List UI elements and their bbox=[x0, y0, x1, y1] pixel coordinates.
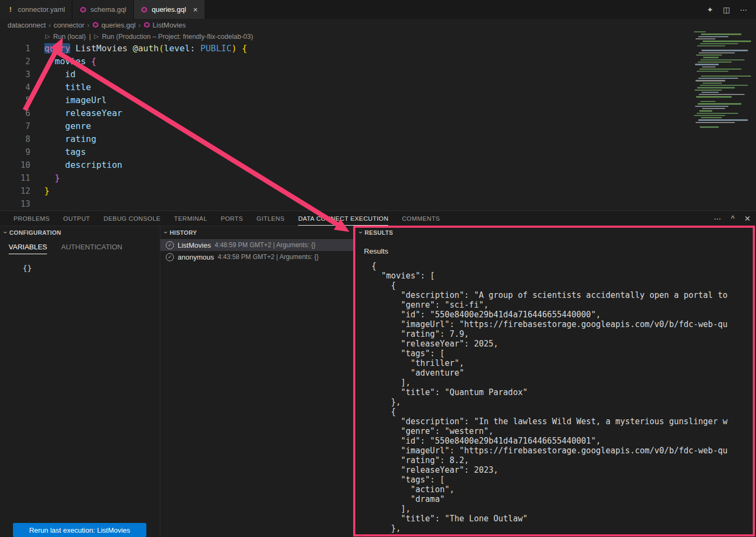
minimap-line bbox=[694, 31, 706, 32]
rerun-button[interactable]: Rerun last execution: ListMovies bbox=[13, 523, 146, 537]
minimap-line bbox=[699, 52, 735, 53]
tab-authentication[interactable]: AUTHENTICATION bbox=[61, 243, 122, 254]
minimap-line bbox=[695, 106, 728, 107]
history-item-meta: 4:43:58 PM GMT+2 | Arguments: {} bbox=[218, 253, 319, 261]
tabbar-actions: ✦ ◫ ⋯ bbox=[707, 0, 756, 19]
minimap-line bbox=[700, 101, 716, 102]
minimap-line bbox=[703, 40, 751, 42]
code-line[interactable]: 3 id bbox=[0, 68, 756, 81]
panel-tab-debug-console[interactable]: DEBUG CONSOLE bbox=[104, 211, 161, 226]
breadcrumb-separator: › bbox=[138, 21, 140, 29]
result-json-line: "title": "Quantum Paradox" bbox=[372, 388, 756, 397]
code-line[interactable]: 2 movies { bbox=[0, 55, 756, 68]
panel-close-icon[interactable]: ✕ bbox=[744, 214, 751, 223]
result-json-line: "releaseYear": 2025, bbox=[372, 339, 756, 349]
panel-tab-gitlens[interactable]: GITLENS bbox=[256, 211, 285, 226]
history-item[interactable]: ✓anonymous4:43:58 PM GMT+2 | Arguments: … bbox=[160, 251, 355, 263]
code-text: genre bbox=[44, 120, 91, 133]
code-editor[interactable]: ▷ Run (local) | ▷ Run (Production – Proj… bbox=[0, 31, 756, 210]
results-header[interactable]: › RESULTS bbox=[355, 226, 756, 239]
line-number: 9 bbox=[0, 146, 30, 159]
code-line[interactable]: 12} bbox=[0, 185, 756, 198]
editor-tabs: !connector.yamlschema.gqlqueries.gql× bbox=[0, 0, 205, 19]
minimap-line bbox=[699, 94, 745, 95]
run-play-icon: ▷ bbox=[45, 33, 50, 40]
configuration-section: › CONFIGURATION VARIABLES AUTHENTICATION… bbox=[0, 226, 160, 537]
minimap-line bbox=[696, 80, 725, 81]
editor-tab-schema.gql[interactable]: schema.gql bbox=[72, 0, 133, 19]
minimap-line bbox=[697, 45, 725, 46]
minimap[interactable] bbox=[693, 31, 756, 132]
code-line[interactable]: 1query ListMovies @auth(level: PUBLIC) { bbox=[0, 42, 756, 55]
panel-tab-ports[interactable]: PORTS bbox=[221, 211, 243, 226]
result-json-line: { bbox=[372, 281, 756, 290]
breadcrumb-label: dataconnect bbox=[8, 21, 46, 29]
chevron-down-icon: › bbox=[2, 232, 9, 234]
panel-tab-output[interactable]: OUTPUT bbox=[63, 211, 90, 226]
code-line[interactable]: 8 rating bbox=[0, 133, 756, 146]
code-line[interactable]: 6 releaseYear bbox=[0, 107, 756, 120]
results-title: Results bbox=[364, 247, 756, 255]
tab-variables[interactable]: VARIABLES bbox=[9, 243, 47, 254]
breadcrumb-item-connector[interactable]: connector bbox=[53, 21, 84, 29]
graphql-icon bbox=[141, 6, 148, 13]
sparkle-icon[interactable]: ✦ bbox=[707, 5, 713, 14]
code-line[interactable]: 13 bbox=[0, 198, 756, 210]
line-number: 10 bbox=[0, 159, 30, 172]
more-actions-icon[interactable]: ⋯ bbox=[740, 5, 747, 14]
minimap-line bbox=[698, 78, 738, 79]
line-number: 4 bbox=[0, 81, 30, 94]
run-production-link[interactable]: Run (Production – Project: friendly-flix… bbox=[102, 33, 253, 40]
history-item-name: ListMovies bbox=[178, 241, 211, 249]
breadcrumb-label: queries.gql bbox=[102, 21, 136, 29]
panel-tab-problems[interactable]: PROBLEMS bbox=[14, 211, 50, 226]
panel-tab-data-connect-execution[interactable]: DATA CONNECT EXECUTION bbox=[298, 211, 388, 226]
vscode-window: !connector.yamlschema.gqlqueries.gql× ✦ … bbox=[0, 0, 756, 537]
minimap-line bbox=[701, 117, 722, 118]
code-line[interactable]: 11 } bbox=[0, 172, 756, 185]
panel-tab-terminal[interactable]: TERMINAL bbox=[174, 211, 207, 226]
history-list: ✓ListMovies4:48:59 PM GMT+2 | Arguments:… bbox=[160, 239, 355, 263]
line-number: 12 bbox=[0, 185, 30, 198]
line-number: 7 bbox=[0, 120, 30, 133]
line-number: 8 bbox=[0, 133, 30, 146]
minimap-line bbox=[700, 126, 719, 127]
editor-tab-label: schema.gql bbox=[90, 5, 126, 13]
warning-icon: ! bbox=[7, 5, 14, 13]
editor-tab-bar: !connector.yamlschema.gqlqueries.gql× ✦ … bbox=[0, 0, 756, 19]
result-json-line: "description": "In the lawless Wild West… bbox=[372, 417, 756, 426]
panel-maximize-icon[interactable]: ^ bbox=[731, 214, 735, 223]
configuration-header[interactable]: › CONFIGURATION bbox=[0, 226, 160, 239]
run-local-link[interactable]: Run (local) bbox=[53, 33, 85, 40]
panel-more-icon[interactable]: ⋯ bbox=[714, 214, 721, 223]
code-line[interactable]: 4 title bbox=[0, 81, 756, 94]
panel-tab-comments[interactable]: COMMENTS bbox=[402, 211, 440, 226]
split-editor-icon[interactable]: ◫ bbox=[723, 5, 730, 14]
code-line[interactable]: 5 imageUrl bbox=[0, 94, 756, 107]
results-section[interactable]: › RESULTS Results { "movies": [ { "descr… bbox=[355, 226, 756, 537]
line-number: 5 bbox=[0, 94, 30, 107]
editor-tab-queries.gql[interactable]: queries.gql× bbox=[134, 0, 205, 19]
code-line[interactable]: 10 description bbox=[0, 159, 756, 172]
minimap-line bbox=[697, 113, 738, 114]
close-tab-icon[interactable]: × bbox=[193, 5, 198, 13]
code-line[interactable]: 9 tags bbox=[0, 146, 756, 159]
history-header[interactable]: › HISTORY bbox=[160, 226, 355, 239]
minimap-line bbox=[698, 103, 741, 104]
breadcrumb-item-dataconnect[interactable]: dataconnect bbox=[8, 21, 46, 29]
breadcrumb-item-queries.gql[interactable]: queries.gql bbox=[92, 21, 136, 29]
line-number: 13 bbox=[0, 198, 30, 210]
minimap-line bbox=[696, 38, 716, 39]
minimap-line bbox=[698, 119, 748, 120]
panel-actions: ⋯ ^ ✕ bbox=[714, 211, 751, 226]
minimap-line bbox=[701, 33, 741, 35]
code-lines: 1query ListMovies @auth(level: PUBLIC) {… bbox=[0, 42, 756, 210]
breadcrumb-label: connector bbox=[53, 21, 84, 29]
history-item[interactable]: ✓ListMovies4:48:59 PM GMT+2 | Arguments:… bbox=[160, 239, 355, 251]
editor-tab-connector.yaml[interactable]: !connector.yaml bbox=[0, 0, 72, 19]
chevron-down-icon: › bbox=[357, 232, 364, 234]
codelens: ▷ Run (local) | ▷ Run (Production – Proj… bbox=[0, 31, 756, 42]
variables-editor[interactable]: {} bbox=[23, 264, 160, 273]
breadcrumb-item-ListMovies[interactable]: ListMovies bbox=[144, 21, 186, 29]
code-line[interactable]: 7 genre bbox=[0, 120, 756, 133]
